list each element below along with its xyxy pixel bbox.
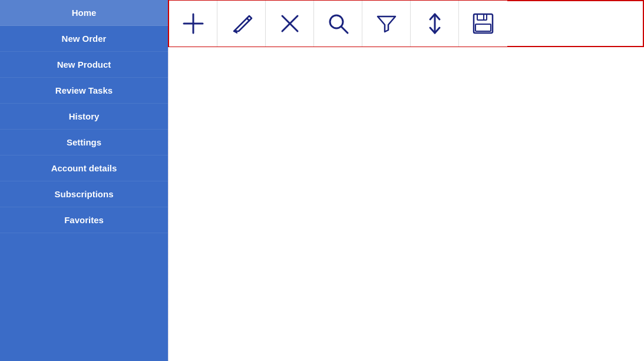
sidebar-item-favorites[interactable]: Favorites <box>0 207 168 233</box>
sidebar-item-home[interactable]: Home <box>0 0 168 26</box>
svg-line-5 <box>341 27 348 33</box>
content-area <box>168 47 644 361</box>
sidebar-item-history[interactable]: History <box>0 104 168 130</box>
sidebar-item-settings[interactable]: Settings <box>0 130 168 155</box>
sidebar-item-account-details[interactable]: Account details <box>0 155 168 181</box>
sidebar-item-new-product[interactable]: New Product <box>0 52 168 78</box>
filter-button[interactable] <box>362 1 411 47</box>
sidebar-item-review-tasks[interactable]: Review Tasks <box>0 78 168 104</box>
sidebar-item-new-order[interactable]: New Order <box>0 26 168 52</box>
edit-button[interactable] <box>217 1 266 47</box>
search-button[interactable] <box>314 1 362 47</box>
main-content <box>168 0 644 361</box>
sidebar: HomeNew OrderNew ProductReview TasksHist… <box>0 0 168 361</box>
sort-button[interactable] <box>411 1 459 47</box>
save-button[interactable] <box>459 1 507 47</box>
svg-rect-8 <box>477 14 487 20</box>
add-button[interactable] <box>169 1 217 47</box>
sidebar-item-subscriptions[interactable]: Subscriptions <box>0 181 168 207</box>
svg-rect-9 <box>475 24 491 31</box>
toolbar <box>168 0 644 47</box>
delete-button[interactable] <box>266 1 314 47</box>
